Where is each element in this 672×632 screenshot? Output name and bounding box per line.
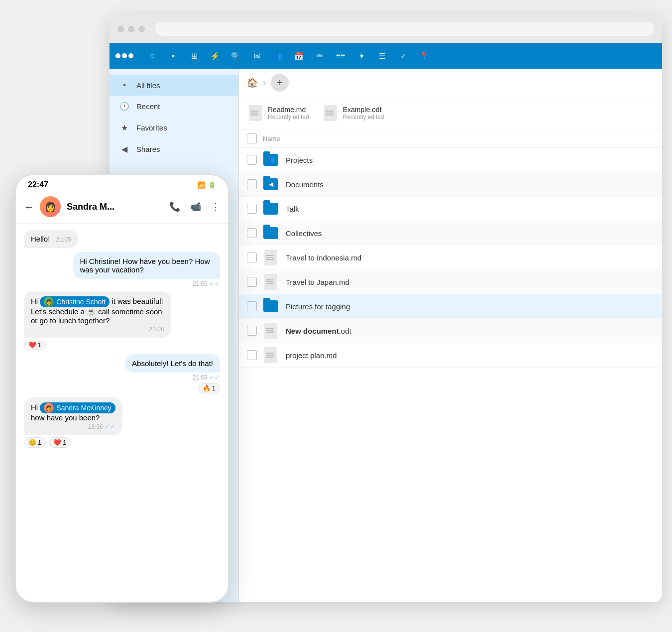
nav-circle-icon[interactable]: ○: [146, 51, 158, 60]
nav-settings-icon[interactable]: ✦: [355, 51, 367, 61]
reaction-fire-icon: 🔥: [203, 384, 211, 392]
sidebar-label-shares: Shares: [136, 145, 160, 153]
message-hi-sandra: Hi 👩 Sandra McKinney how have you been? …: [24, 397, 122, 448]
phone-call-icon[interactable]: 📞: [169, 201, 180, 212]
message-reaction-heart2[interactable]: ❤️ 1: [49, 437, 71, 448]
sandra-mention-avatar: 👩: [44, 403, 54, 413]
message-reaction-absolutely[interactable]: 🔥 1: [198, 383, 220, 393]
message-meta-hi-sandra: 16:36 ✓✓: [31, 423, 115, 430]
message-check-hi-sandra: ✓✓: [105, 423, 115, 430]
table-row[interactable]: Pictures for tagging: [239, 294, 662, 319]
row-checkbox-talk[interactable]: [247, 204, 257, 214]
row-checkbox-travel-japan[interactable]: [247, 277, 257, 287]
message-text-hi-sandra-2: how have you been?: [31, 413, 100, 422]
readme-status: Recently edited: [268, 114, 309, 121]
reaction-heart2-icon: ❤️: [53, 439, 61, 446]
row-checkbox-documents[interactable]: [247, 179, 257, 189]
reaction-fire-count: 1: [212, 384, 216, 392]
nav-photos-icon[interactable]: ⊞: [188, 51, 200, 61]
row-checkbox-collectives[interactable]: [247, 228, 257, 238]
nav-contacts-icon[interactable]: 👥: [272, 51, 284, 61]
table-row[interactable]: Travel to Indonesia.md: [239, 246, 662, 270]
row-checkbox-new-document[interactable]: [247, 326, 257, 336]
files-area: 🏠 › + Readme.md Recently edi: [239, 69, 662, 602]
nav-tasks-icon[interactable]: ✓: [397, 51, 409, 61]
sidebar-item-shares[interactable]: ◀ Shares: [110, 138, 238, 160]
recent-item-readme[interactable]: Readme.md Recently edited: [249, 105, 309, 121]
row-checkbox-pictures[interactable]: [247, 301, 257, 311]
all-files-icon: ▪: [119, 81, 129, 90]
reaction-heart-count: 1: [38, 341, 41, 349]
logo-dot-1: [115, 53, 120, 58]
reaction-smile-icon: 😊: [28, 439, 36, 446]
row-checkbox-travel-indonesia[interactable]: [247, 253, 257, 262]
project-plan-doc-icon: [263, 348, 279, 362]
sidebar-label-favorites: Favorites: [136, 124, 167, 132]
sidebar-item-recent[interactable]: 🕐 Recent: [110, 96, 238, 117]
reaction-heart-icon: ❤️: [28, 341, 36, 349]
pictures-folder-icon: [263, 299, 279, 313]
nextcloud-topbar: ○ ▪ ⊞ ⚡ 🔍 ✉ 👥 📅 ✏ ≡≡ ✦ ☰ ✓ 📍: [110, 43, 662, 69]
nav-activity-icon[interactable]: ⚡: [209, 51, 221, 61]
home-icon[interactable]: 🏠: [247, 77, 258, 88]
breadcrumb-separator: ›: [263, 78, 266, 88]
message-reaction-smile[interactable]: 😊 1: [24, 437, 46, 448]
nav-search-icon[interactable]: 🔍: [230, 51, 242, 61]
nav-calendar-icon[interactable]: 📅: [293, 51, 305, 61]
table-row[interactable]: Travel to Japan.md: [239, 270, 662, 294]
table-row[interactable]: Collectives: [239, 221, 662, 246]
nav-list-icon[interactable]: ☰: [376, 51, 388, 61]
message-bubble-hello: Hello! 21:05: [24, 230, 78, 248]
sidebar-label-all-files: All files: [136, 81, 160, 90]
row-checkbox-project-plan[interactable]: [247, 350, 257, 360]
documents-filename: Documents: [286, 180, 654, 189]
talk-filename: Talk: [286, 205, 654, 213]
collectives-folder-icon: [263, 226, 279, 240]
nextcloud-logo: [115, 53, 133, 58]
table-row[interactable]: New document.odt: [239, 319, 662, 343]
phone-status-icons: 📶 🔋: [197, 181, 216, 189]
table-row[interactable]: Talk: [239, 197, 662, 221]
nav-mail-icon[interactable]: ✉: [251, 51, 263, 61]
message-check-hi-christine: ✓✓: [209, 280, 220, 287]
browser-dot-1: [117, 26, 124, 32]
reaction-smile-count: 1: [38, 439, 41, 446]
back-button[interactable]: ←: [24, 201, 34, 213]
table-row[interactable]: 👥 Projects: [239, 148, 662, 172]
recent-files-row: Readme.md Recently edited Example.odt R: [239, 97, 662, 129]
recent-item-example[interactable]: Example.odt Recently edited: [324, 105, 384, 121]
message-text-hello: Hello!: [31, 235, 50, 243]
chat-header: ← 👩 Sandra M... 📞 📹 ⋮: [16, 192, 228, 224]
video-call-icon[interactable]: 📹: [190, 201, 201, 212]
table-row[interactable]: project plan.md: [239, 343, 662, 368]
nav-notes-icon[interactable]: ✏: [314, 51, 326, 61]
message-bubble-hi-christine: Hi Christine! How have you been? How was…: [73, 252, 221, 279]
talk-folder-icon: [263, 202, 279, 216]
sidebar-item-favorites[interactable]: ★ Favorites: [110, 117, 238, 138]
more-options-icon[interactable]: ⋮: [211, 201, 220, 212]
new-document-doc-icon: [263, 324, 279, 338]
message-reaction-beautiful[interactable]: ❤️ 1: [24, 340, 46, 350]
collectives-filename: Collectives: [286, 229, 654, 238]
select-all-checkbox[interactable]: [247, 133, 257, 143]
nav-files-icon[interactable]: ▪: [167, 51, 179, 60]
travel-indonesia-filename: Travel to Indonesia.md: [286, 253, 654, 262]
message-time-beautiful: 21:08: [149, 326, 164, 333]
message-meta-beautiful: 21:08: [31, 326, 164, 333]
message-time-hi-sandra: 16:36: [88, 423, 103, 430]
projects-filename: Projects: [286, 156, 654, 164]
add-button[interactable]: +: [271, 74, 289, 92]
table-row[interactable]: ◀ Documents: [239, 172, 662, 197]
nav-maps-icon[interactable]: 📍: [418, 51, 430, 61]
nav-deck-icon[interactable]: ≡≡: [335, 51, 346, 60]
browser-dot-3: [138, 26, 145, 32]
sidebar-item-all-files[interactable]: ▪ All files: [110, 75, 238, 96]
browser-url-bar[interactable]: [155, 22, 654, 36]
example-doc-icon: [324, 105, 337, 121]
phone-time: 22:47: [28, 180, 48, 189]
row-checkbox-projects[interactable]: [247, 155, 257, 165]
chat-action-icons: 📞 📹 ⋮: [169, 201, 220, 212]
battery-icon: 🔋: [208, 181, 216, 189]
message-time-hello: 21:05: [56, 236, 71, 243]
message-text-beautiful-1: Hi: [31, 297, 40, 305]
